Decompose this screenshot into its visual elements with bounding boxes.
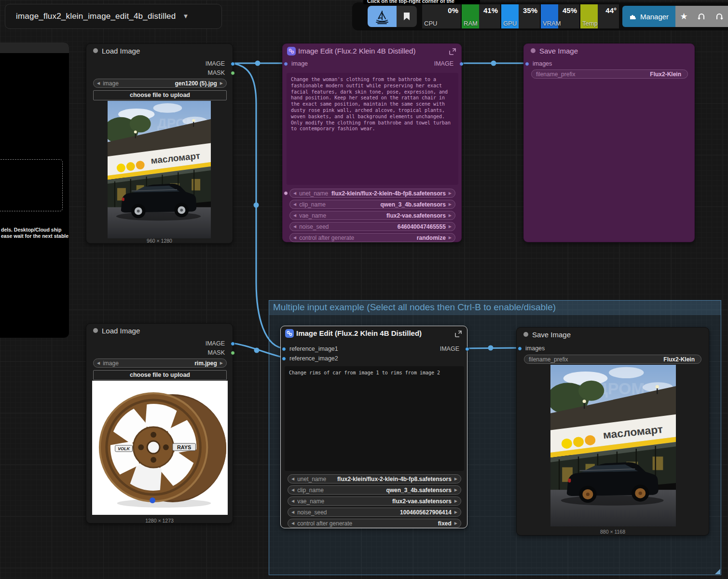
image-size-caption: 880 × 1168 (517, 529, 709, 535)
chevron-down-icon[interactable]: ▼ (182, 13, 189, 20)
node-canvas[interactable]: Multiple input example (Select all nodes… (0, 0, 728, 579)
node-status-dot (93, 328, 98, 333)
tooltip-fragment: Click on the top-right corner of the (363, 0, 480, 4)
combo-left-arrow-icon[interactable]: ◀ (97, 361, 100, 365)
link-dot[interactable] (491, 61, 496, 66)
node-title: Load Image (102, 47, 140, 55)
input-port-images[interactable] (518, 346, 522, 351)
group-title: Multiple input example (Select all nodes… (273, 302, 556, 313)
output-port-mask[interactable] (231, 71, 235, 75)
subgraph-icon (285, 329, 294, 338)
loop-icon-2[interactable] (715, 12, 724, 21)
puzzle-icon (629, 13, 636, 20)
svg-text:RAYS: RAYS (177, 444, 191, 450)
combo-left-arrow-icon[interactable]: ◀ (97, 82, 100, 85)
node-title: Save Image (532, 331, 571, 339)
filename-prefix-widget[interactable]: filename_prefix Flux2-Klein (524, 355, 701, 364)
node-image-edit-2[interactable]: Image Edit (Flux.2 Klein 4B Distilled) r… (280, 326, 467, 528)
node-status-dot (93, 48, 98, 53)
stat-temp: Temp 44° (580, 4, 619, 28)
prompt-textarea[interactable]: Change rims of car from image 1 to rims … (285, 366, 464, 471)
link-dot[interactable] (255, 61, 261, 66)
image-preview-output: ДРОМ масломарт (550, 365, 676, 526)
node-title: Image Edit (Flux.2 Klein 4B Distilled) (296, 329, 422, 337)
combo-right-arrow-icon[interactable]: ▶ (220, 82, 223, 85)
star-icon[interactable]: ★ (680, 11, 687, 22)
upload-button[interactable]: choose file to upload (93, 370, 227, 380)
node-status-dot (523, 332, 528, 337)
combo-right-arrow-icon[interactable]: ▶ (220, 361, 223, 365)
vae-name-widget[interactable]: ◀vae_name flux2-vae.safetensors▶ (288, 496, 461, 506)
image-size-caption: 1280 × 1273 (86, 518, 233, 524)
image-combo-widget[interactable]: ◀ image rim.jpeg ▶ (93, 358, 227, 368)
link-dot[interactable] (254, 348, 260, 353)
system-stats: CPU 0% RAM 41% GPU 35% VRAM 45% Temp (422, 4, 619, 28)
image-preview-rim: VOLK RAYS (92, 381, 228, 515)
output-port-image[interactable] (231, 342, 235, 346)
expand-icon[interactable] (454, 330, 462, 338)
upload-button[interactable]: choose file to upload (93, 90, 227, 100)
unet-name-widget[interactable]: ◀unet_name flux2-klein/flux-2-klein-4b-f… (288, 474, 461, 483)
note-text: dels. Desktop/Cloud ship ease wait for t… (1, 227, 64, 239)
image-preview-store-car: ДРОМ масломарт (108, 101, 211, 238)
input-port-reference-image2[interactable] (282, 357, 286, 361)
note-node-partial[interactable]: dels. Desktop/Cloud ship ease wait for t… (0, 42, 69, 338)
output-port-image[interactable] (231, 62, 235, 66)
image-size-caption: 960 × 1280 (86, 238, 233, 244)
group-resize-handle[interactable] (715, 569, 720, 574)
node-title: Load Image (102, 327, 140, 335)
stat-cpu: CPU 0% (422, 4, 461, 28)
noise-seed-widget[interactable]: ◀noise_seed 1004605627906414▶ (288, 508, 461, 517)
svg-text:VOLK: VOLK (118, 446, 130, 451)
workflow-tab[interactable]: image_flux2_klein_image_edit_4b_distille… (5, 4, 222, 29)
top-menubar: CPU 0% RAM 41% GPU 35% VRAM 45% Temp (352, 2, 728, 30)
bypass-overlay (523, 43, 695, 242)
link-dot[interactable] (254, 203, 259, 208)
stat-ram: RAM 41% (462, 4, 500, 28)
bookmark-icon (403, 12, 410, 21)
output-port-mask[interactable] (231, 351, 235, 355)
bypass-overlay (282, 43, 462, 242)
note-dashed-box (0, 159, 63, 211)
workflow-title: image_flux2_klein_image_edit_4b_distille… (16, 12, 176, 21)
stat-vram: VRAM 45% (541, 4, 579, 28)
node-save-image-2[interactable]: Save Image images filename_prefix Flux2-… (516, 327, 709, 536)
node-load-image-2[interactable]: Load Image IMAGE MASK ◀ image rim.jpeg ▶… (86, 323, 233, 524)
ship-icon (374, 9, 390, 24)
input-port-reference-image1[interactable] (282, 347, 286, 351)
stat-gpu: GPU 35% (501, 4, 540, 28)
node-save-image-1[interactable]: Save Image images filename_prefix Flux2-… (523, 43, 695, 242)
note-node-header[interactable] (0, 42, 69, 53)
logo-button[interactable] (368, 6, 397, 27)
loop-icon[interactable] (697, 12, 706, 21)
output-port-image[interactable] (465, 347, 469, 351)
image-combo-widget[interactable]: ◀ image gen1200 (5).jpg ▶ (93, 79, 227, 88)
node-load-image-1[interactable]: Load Image IMAGE MASK ◀ image gen1200 (5… (86, 43, 233, 244)
toolbar-extension: ★ (675, 6, 728, 27)
clip-name-widget[interactable]: ◀clip_name qwen_3_4b.safetensors▶ (288, 485, 461, 495)
bookmark-button[interactable] (397, 6, 417, 27)
control-after-generate-widget[interactable]: ◀control after generate fixed▶ (288, 519, 461, 528)
node-image-edit-1[interactable]: Image Edit (Flux.2 Klein 4B Distilled) i… (282, 43, 462, 242)
manager-button[interactable]: Manager (622, 6, 675, 27)
